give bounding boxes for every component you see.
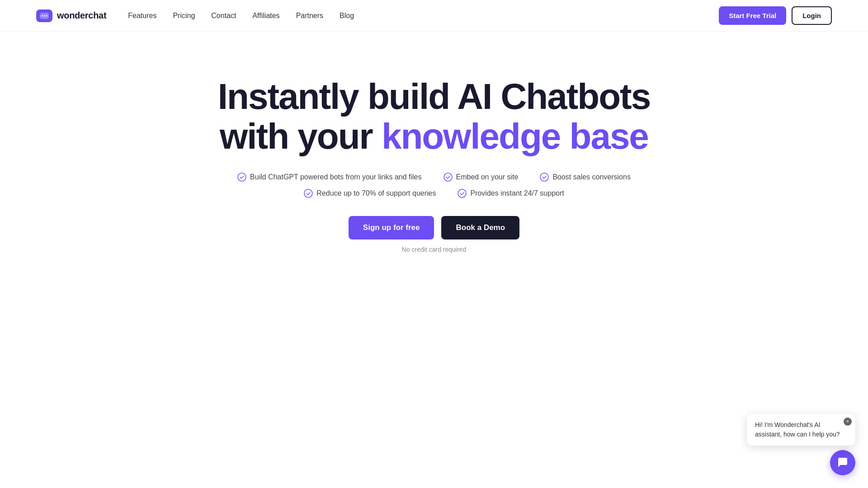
nav-link-blog[interactable]: Blog — [340, 12, 354, 19]
svg-point-6 — [540, 173, 548, 181]
navbar-right: Start Free Trial Login — [719, 6, 832, 25]
feature-text-1: Embed on your site — [456, 173, 519, 181]
login-button[interactable]: Login — [792, 6, 832, 25]
logo-link[interactable]: wonderchat — [36, 9, 106, 22]
svg-point-7 — [304, 189, 312, 197]
chat-open-button[interactable] — [830, 450, 855, 475]
chat-bubble: × Hi! I'm Wonderchat's AI assistant, how… — [747, 414, 855, 446]
nav-link-partners[interactable]: Partners — [296, 12, 323, 19]
svg-point-4 — [238, 173, 246, 181]
check-icon-2 — [540, 173, 549, 182]
feature-text-4: Provides instant 24/7 support — [470, 189, 564, 197]
chat-widget: × Hi! I'm Wonderchat's AI assistant, how… — [747, 414, 855, 475]
logo-text: wonderchat — [57, 10, 106, 21]
navbar-left: wonderchat Features Pricing Contact Affi… — [36, 9, 354, 22]
start-trial-button[interactable]: Start Free Trial — [719, 6, 786, 25]
feature-item-1: Embed on your site — [443, 173, 519, 182]
svg-point-3 — [46, 15, 47, 16]
check-icon-3 — [304, 189, 313, 198]
hero-section: Instantly build AI Chatbots with your kn… — [0, 32, 868, 289]
hero-buttons: Sign up for free Book a Demo — [349, 216, 519, 239]
hero-note: No credit card required — [402, 246, 466, 253]
nav-link-affiliates[interactable]: Affiliates — [252, 12, 279, 19]
svg-point-2 — [44, 15, 45, 16]
logo-icon — [36, 9, 52, 22]
check-icon-4 — [458, 189, 467, 198]
chat-bubble-close-button[interactable]: × — [844, 418, 852, 426]
svg-point-8 — [458, 189, 466, 197]
chat-bubble-text: Hi! I'm Wonderchat's AI assistant, how c… — [755, 421, 840, 438]
navbar: wonderchat Features Pricing Contact Affi… — [0, 0, 868, 32]
feature-item-0: Build ChatGPT powered bots from your lin… — [237, 173, 421, 182]
hero-title-line2-plain: with your — [220, 116, 382, 156]
nav-item-features[interactable]: Features — [128, 12, 156, 20]
hero-title-line2-highlight: knowledge base — [382, 116, 648, 156]
hero-title-line1: Instantly build AI Chatbots — [218, 76, 650, 117]
nav-item-partners[interactable]: Partners — [296, 12, 323, 20]
nav-item-affiliates[interactable]: Affiliates — [252, 12, 279, 20]
feature-item-4: Provides instant 24/7 support — [458, 189, 564, 198]
chat-icon — [837, 457, 849, 469]
svg-point-5 — [444, 173, 452, 181]
nav-link-contact[interactable]: Contact — [211, 12, 236, 19]
feature-text-3: Reduce up to 70% of support queries — [316, 189, 436, 197]
nav-links: Features Pricing Contact Affiliates Part… — [128, 12, 354, 20]
feature-text-2: Boost sales conversions — [552, 173, 631, 181]
nav-item-blog[interactable]: Blog — [340, 12, 354, 20]
check-icon-1 — [443, 173, 453, 182]
nav-link-pricing[interactable]: Pricing — [173, 12, 195, 19]
feature-text-0: Build ChatGPT powered bots from your lin… — [250, 173, 421, 181]
signup-button[interactable]: Sign up for free — [349, 216, 434, 239]
book-demo-button[interactable]: Book a Demo — [441, 216, 519, 239]
nav-item-contact[interactable]: Contact — [211, 12, 236, 20]
hero-features: Build ChatGPT powered bots from your lin… — [231, 173, 637, 198]
nav-link-features[interactable]: Features — [128, 12, 156, 19]
svg-point-1 — [42, 15, 43, 16]
hero-title: Instantly build AI Chatbots with your kn… — [218, 77, 650, 156]
feature-item-2: Boost sales conversions — [540, 173, 631, 182]
nav-item-pricing[interactable]: Pricing — [173, 12, 195, 20]
feature-item-3: Reduce up to 70% of support queries — [304, 189, 436, 198]
check-icon-0 — [237, 173, 246, 182]
